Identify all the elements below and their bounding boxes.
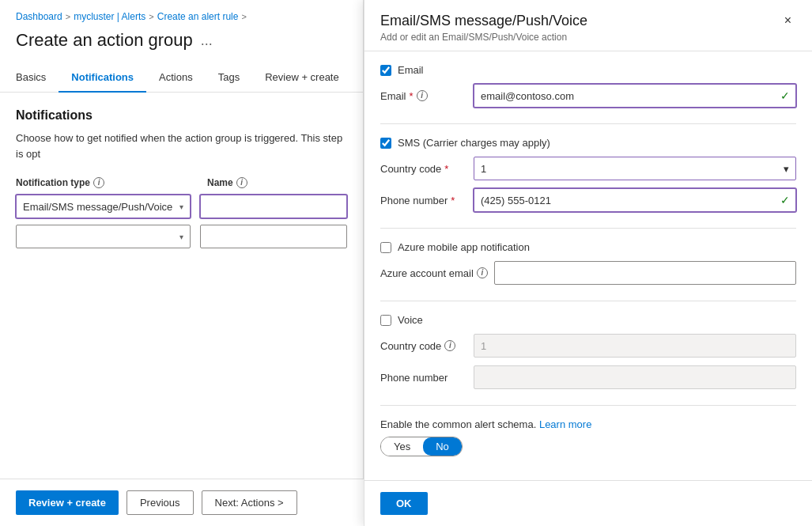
tabs-bar: Basics Notifications Actions Tags Review… xyxy=(0,63,363,93)
notification-type-info-icon[interactable]: i xyxy=(93,177,104,188)
email-field-label: Email * i xyxy=(380,90,467,102)
email-check-icon: ✓ xyxy=(780,89,790,102)
tab-basics[interactable]: Basics xyxy=(16,63,59,93)
flyout-header: Email/SMS message/Push/Voice Add or edit… xyxy=(364,0,812,51)
no-toggle-button[interactable]: No xyxy=(423,437,462,456)
section-desc: Choose how to get notified when the acti… xyxy=(16,131,347,161)
azure-email-info-icon[interactable]: i xyxy=(477,267,488,278)
voice-checkbox[interactable] xyxy=(380,315,391,326)
notification-type-select[interactable]: Email/SMS message/Push/Voice ▾ xyxy=(16,195,191,218)
voice-country-code-row: Country code i xyxy=(380,334,796,358)
country-code-select[interactable]: 1 ▾ xyxy=(474,157,796,180)
panel-content: Notifications Choose how to get notified… xyxy=(0,93,363,271)
flyout-panel: Email/SMS message/Push/Voice Add or edit… xyxy=(364,0,812,526)
azure-email-label: Azure account email i xyxy=(380,267,488,279)
azure-app-checkbox[interactable] xyxy=(380,242,391,253)
voice-country-code-label: Country code i xyxy=(380,340,467,352)
voice-phone-label: Phone number xyxy=(380,372,467,384)
divider-3 xyxy=(380,301,796,301)
chevron-down-icon: ▾ xyxy=(179,233,183,241)
country-code-required-star: * xyxy=(444,163,448,175)
col-name-header: Name i xyxy=(207,177,347,188)
flyout-body: Email Email * i ✓ SMS (Carrier charges m… xyxy=(364,51,812,480)
breadcrumb-sep2: > xyxy=(149,12,153,21)
voice-country-code-info-icon[interactable]: i xyxy=(444,340,455,351)
sms-section: SMS (Carrier charges may apply) Country … xyxy=(380,137,796,212)
email-checkbox[interactable] xyxy=(380,65,391,76)
phone-required-star: * xyxy=(451,195,455,206)
voice-phone-input xyxy=(474,365,796,389)
name-info-icon[interactable]: i xyxy=(236,177,247,188)
azure-app-checkbox-label[interactable]: Azure mobile app notification xyxy=(398,241,530,253)
phone-number-label: Phone number * xyxy=(380,195,467,206)
sms-checkbox-row: SMS (Carrier charges may apply) xyxy=(380,137,796,149)
breadcrumb-sep3: > xyxy=(241,12,246,21)
flyout-title: Email/SMS message/Push/Voice xyxy=(380,13,587,29)
country-code-field-row: Country code * 1 ▾ xyxy=(380,157,796,180)
notification-name-input[interactable] xyxy=(200,195,347,218)
section-title: Notifications xyxy=(16,108,347,123)
notification-name-input-empty[interactable] xyxy=(200,225,347,248)
tab-review-create[interactable]: Review + create xyxy=(252,63,352,93)
learn-more-link[interactable]: Learn more xyxy=(539,418,591,430)
footer-bar: Review + create Previous Next: Actions > xyxy=(0,479,364,526)
azure-account-email-input[interactable] xyxy=(494,261,796,285)
email-checkbox-label[interactable]: Email xyxy=(398,64,424,76)
close-button[interactable]: × xyxy=(780,13,796,28)
email-input-wrapper: ✓ xyxy=(474,84,796,108)
yes-toggle-button[interactable]: Yes xyxy=(381,437,423,456)
page-title-area: Create an action group ... xyxy=(0,27,363,63)
tab-notifications[interactable]: Notifications xyxy=(59,63,146,93)
schema-label: Enable the common alert schema. Learn mo… xyxy=(380,418,796,430)
sms-checkbox-label[interactable]: SMS (Carrier charges may apply) xyxy=(398,137,550,149)
azure-app-checkbox-row: Azure mobile app notification xyxy=(380,241,796,253)
divider-4 xyxy=(380,405,796,406)
email-checkbox-row: Email xyxy=(380,64,796,76)
country-code-chevron-icon: ▾ xyxy=(784,163,789,175)
email-input[interactable] xyxy=(474,84,796,108)
tab-actions[interactable]: Actions xyxy=(146,63,206,93)
ok-button[interactable]: OK xyxy=(380,492,428,515)
country-code-label: Country code * xyxy=(380,163,467,175)
phone-number-input[interactable] xyxy=(474,188,796,212)
breadcrumb-mycluster[interactable]: mycluster | Alerts xyxy=(74,11,145,22)
notification-type-select-empty[interactable]: ▾ xyxy=(16,225,191,248)
table-row: ▾ xyxy=(16,225,347,248)
breadcrumb-create-alert[interactable]: Create an alert rule xyxy=(157,11,239,22)
page-title: Create an action group xyxy=(16,30,193,51)
voice-section: Voice Country code i Phone number xyxy=(380,314,796,389)
divider-1 xyxy=(380,123,796,124)
voice-phone-row: Phone number xyxy=(380,365,796,389)
email-section: Email Email * i ✓ xyxy=(380,64,796,108)
flyout-footer: OK xyxy=(364,480,812,526)
previous-button[interactable]: Previous xyxy=(127,490,194,515)
toggle-group: Yes No xyxy=(380,437,463,456)
review-create-button[interactable]: Review + create xyxy=(16,490,119,515)
email-info-icon[interactable]: i xyxy=(417,90,428,101)
breadcrumb: Dashboard > mycluster | Alerts > Create … xyxy=(0,0,363,27)
divider-2 xyxy=(380,228,796,229)
voice-checkbox-row: Voice xyxy=(380,314,796,326)
azure-app-section: Azure mobile app notification Azure acco… xyxy=(380,241,796,285)
table-row: Email/SMS message/Push/Voice ▾ xyxy=(16,195,347,218)
voice-checkbox-label[interactable]: Voice xyxy=(398,314,423,326)
next-button[interactable]: Next: Actions > xyxy=(202,490,297,515)
email-required-star: * xyxy=(410,90,414,102)
notification-type-value: Email/SMS message/Push/Voice xyxy=(23,201,172,213)
sms-checkbox[interactable] xyxy=(380,138,391,149)
schema-section: Enable the common alert schema. Learn mo… xyxy=(380,418,796,456)
left-panel: Dashboard > mycluster | Alerts > Create … xyxy=(0,0,364,526)
chevron-down-icon: ▾ xyxy=(179,202,183,211)
col-notification-header: Notification type i xyxy=(16,177,198,188)
phone-input-wrapper: ✓ xyxy=(474,188,796,212)
email-field-row: Email * i ✓ xyxy=(380,84,796,108)
breadcrumb-dashboard[interactable]: Dashboard xyxy=(16,11,62,22)
table-header: Notification type i Name i xyxy=(16,177,347,188)
tab-tags[interactable]: Tags xyxy=(206,63,252,93)
flyout-subtitle: Add or edit an Email/SMS/Push/Voice acti… xyxy=(380,32,587,43)
azure-email-field-row: Azure account email i xyxy=(380,261,796,285)
phone-number-field-row: Phone number * ✓ xyxy=(380,188,796,212)
voice-country-code-input xyxy=(474,334,796,358)
more-options-icon[interactable]: ... xyxy=(201,32,213,49)
country-code-value: 1 xyxy=(481,163,486,175)
